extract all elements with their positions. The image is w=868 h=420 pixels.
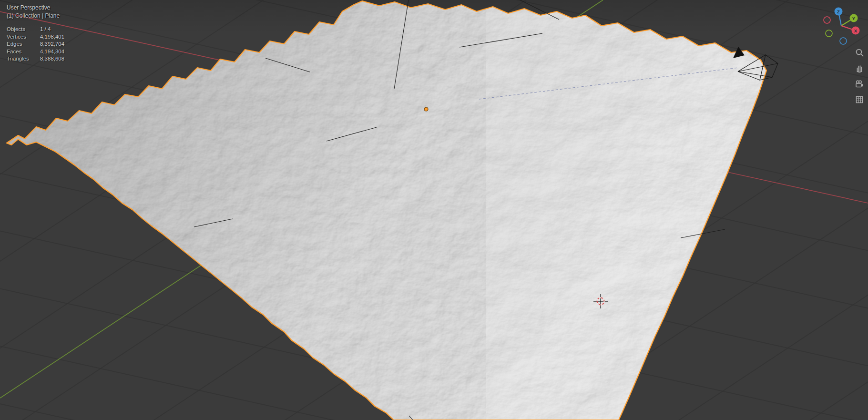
- gizmo-y-label: Y: [852, 16, 856, 21]
- stat-label: Objects: [7, 26, 38, 33]
- stat-edges: Edges 8,392,704: [7, 41, 64, 48]
- stat-value: 8,392,704: [40, 41, 64, 48]
- camera-view-icon[interactable]: [855, 79, 864, 89]
- blender-3d-viewport[interactable]: User Perspective (1) Collection | Plane …: [0, 0, 868, 420]
- active-collection-breadcrumb: (1) Collection | Plane: [7, 12, 64, 20]
- stat-vertices: Vertices 4,198,401: [7, 33, 64, 41]
- stat-label: Faces: [7, 48, 38, 56]
- gizmo-z-label: Z: [837, 9, 840, 14]
- zoom-icon[interactable]: [855, 48, 864, 57]
- stat-label: Edges: [7, 41, 38, 48]
- gizmo-y-neg-ball[interactable]: [826, 30, 832, 37]
- viewport-canvas[interactable]: [0, 0, 868, 420]
- stat-objects: Objects 1 / 4: [7, 26, 64, 33]
- move-view-icon[interactable]: [855, 63, 864, 73]
- gizmo-x-label: X: [854, 28, 858, 33]
- stat-label: Triangles: [7, 55, 38, 63]
- viewport-overlay-text: User Perspective (1) Collection | Plane …: [7, 4, 64, 63]
- gizmo-x-neg-ball[interactable]: [824, 17, 830, 23]
- toggle-projection-icon[interactable]: [855, 95, 864, 104]
- stat-faces: Faces 4,194,304: [7, 48, 64, 56]
- view-perspective-label: User Perspective: [7, 4, 64, 12]
- stat-value: 1 / 4: [40, 26, 64, 33]
- scene-statistics: Objects 1 / 4 Vertices 4,198,401 Edges 8…: [7, 26, 64, 63]
- orientation-gizmo[interactable]: Z Y X: [819, 3, 863, 47]
- stat-value: 8,388,608: [40, 55, 64, 63]
- stat-label: Vertices: [7, 33, 38, 41]
- viewport-nav-toolbar: [855, 48, 864, 104]
- stat-triangles: Triangles 8,388,608: [7, 55, 64, 63]
- stat-value: 4,194,304: [40, 48, 64, 56]
- stat-value: 4,198,401: [40, 33, 64, 41]
- object-origin: [424, 107, 428, 111]
- gizmo-z-neg-ball[interactable]: [840, 38, 847, 44]
